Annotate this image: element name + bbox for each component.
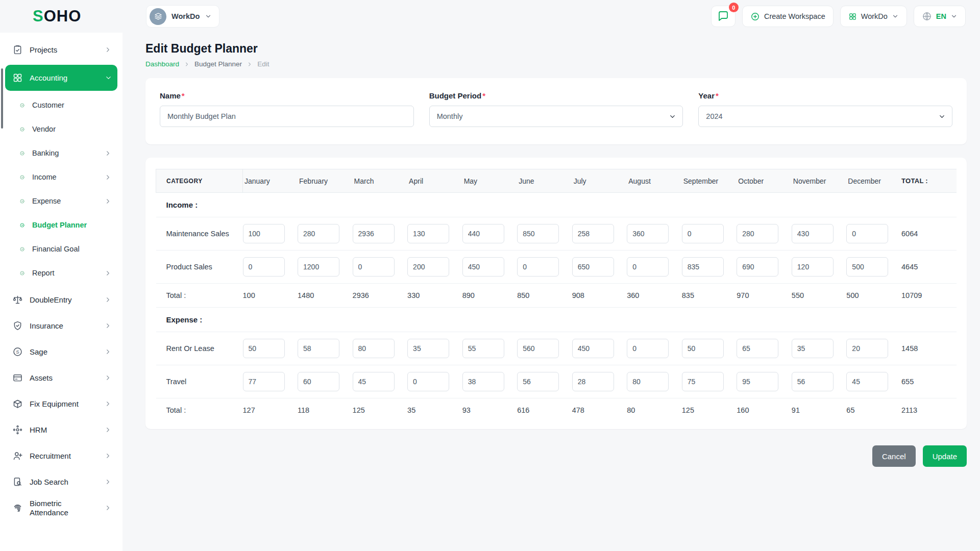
sidebar-item-hrm[interactable]: HRM bbox=[5, 417, 117, 443]
column-total: 908 bbox=[572, 284, 627, 308]
rent-or-lease-november-input[interactable] bbox=[792, 339, 834, 358]
bullet-icon bbox=[19, 198, 26, 205]
rent-or-lease-october-input[interactable] bbox=[737, 339, 778, 358]
chevron-right-icon bbox=[104, 348, 112, 356]
travel-august-input[interactable] bbox=[627, 372, 669, 391]
topbar: SOHO WorkDo 0 Create Workspace WorkDo bbox=[0, 0, 980, 33]
sidebar-scrollbar-thumb[interactable] bbox=[1, 68, 3, 129]
language-button[interactable]: EN bbox=[914, 6, 966, 27]
maintenance-sales-september-input[interactable] bbox=[682, 224, 724, 243]
maintenance-sales-december-input[interactable] bbox=[846, 224, 888, 243]
travel-april-input[interactable] bbox=[407, 372, 449, 391]
rent-or-lease-may-input[interactable] bbox=[462, 339, 504, 358]
column-total: 1480 bbox=[298, 284, 353, 308]
row-total: 1458 bbox=[901, 332, 957, 365]
workdo-menu-button[interactable]: WorkDo bbox=[840, 6, 907, 27]
sidebar-item-assets[interactable]: Assets bbox=[5, 365, 117, 391]
product-sales-july-input[interactable] bbox=[572, 257, 614, 277]
product-sales-may-input[interactable] bbox=[462, 257, 504, 277]
maintenance-sales-june-input[interactable] bbox=[517, 224, 559, 243]
column-total: 100 bbox=[243, 284, 298, 308]
sidebar-item-doubleentry[interactable]: DoubleEntry bbox=[5, 287, 117, 313]
sidebar-item-projects[interactable]: Projects bbox=[5, 37, 117, 63]
sidebar-item-income[interactable]: Income bbox=[5, 165, 117, 189]
sidebar-item-customer[interactable]: Customer bbox=[5, 93, 117, 117]
breadcrumb-dashboard-link[interactable]: Dashboard bbox=[145, 60, 179, 68]
travel-june-input[interactable] bbox=[517, 372, 559, 391]
product-sales-november-input[interactable] bbox=[792, 257, 834, 277]
travel-january-input[interactable] bbox=[243, 372, 285, 391]
sidebar-item-vendor[interactable]: Vendor bbox=[5, 117, 117, 141]
update-button[interactable]: Update bbox=[923, 445, 967, 467]
year-select[interactable]: 2024 bbox=[698, 106, 952, 127]
travel-september-input[interactable] bbox=[682, 372, 724, 391]
product-sales-march-input[interactable] bbox=[353, 257, 395, 277]
rent-or-lease-february-input[interactable] bbox=[298, 339, 339, 358]
sidebar-item-biometric-attendance[interactable]: Biometric Attendance bbox=[5, 495, 117, 521]
sidebar-item-financial-goal[interactable]: Financial Goal bbox=[5, 237, 117, 261]
required-asterisk: * bbox=[182, 91, 185, 100]
maintenance-sales-may-input[interactable] bbox=[462, 224, 504, 243]
rent-or-lease-december-input[interactable] bbox=[846, 339, 888, 358]
travel-february-input[interactable] bbox=[298, 372, 339, 391]
product-sales-september-input[interactable] bbox=[682, 257, 724, 277]
maintenance-sales-april-input[interactable] bbox=[407, 224, 449, 243]
maintenance-sales-august-input[interactable] bbox=[627, 224, 669, 243]
rent-or-lease-march-input[interactable] bbox=[353, 339, 395, 358]
breadcrumb-budget-planner-link[interactable]: Budget Planner bbox=[194, 60, 242, 68]
create-workspace-button[interactable]: Create Workspace bbox=[742, 6, 834, 27]
maintenance-sales-october-input[interactable] bbox=[737, 224, 778, 243]
cancel-button[interactable]: Cancel bbox=[872, 445, 916, 467]
maintenance-sales-january-input[interactable] bbox=[243, 224, 285, 243]
month-header-may: May bbox=[462, 169, 518, 193]
product-sales-october-input[interactable] bbox=[737, 257, 778, 277]
travel-july-input[interactable] bbox=[572, 372, 614, 391]
maintenance-sales-march-input[interactable] bbox=[353, 224, 395, 243]
sidebar-item-budget-planner[interactable]: Budget Planner bbox=[5, 213, 117, 237]
name-input[interactable] bbox=[160, 106, 414, 127]
maintenance-sales-february-input[interactable] bbox=[298, 224, 339, 243]
sidebar-item-accounting[interactable]: Accounting bbox=[5, 65, 117, 91]
rent-or-lease-january-input[interactable] bbox=[243, 339, 285, 358]
product-sales-april-input[interactable] bbox=[407, 257, 449, 277]
language-label: EN bbox=[936, 12, 946, 20]
product-sales-august-input[interactable] bbox=[627, 257, 669, 277]
name-field-group: Name* bbox=[160, 91, 414, 127]
column-total: 93 bbox=[462, 398, 518, 422]
rent-or-lease-april-input[interactable] bbox=[407, 339, 449, 358]
product-sales-june-input[interactable] bbox=[517, 257, 559, 277]
maintenance-sales-july-input[interactable] bbox=[572, 224, 614, 243]
product-sales-february-input[interactable] bbox=[298, 257, 339, 277]
product-sales-december-input[interactable] bbox=[846, 257, 888, 277]
travel-march-input[interactable] bbox=[353, 372, 395, 391]
sidebar-item-label: Expense bbox=[32, 196, 61, 206]
grand-total: 2113 bbox=[901, 398, 957, 422]
sidebar-item-label: Job Search bbox=[30, 478, 68, 487]
column-total: 550 bbox=[792, 284, 847, 308]
travel-november-input[interactable] bbox=[792, 372, 834, 391]
budget-period-select[interactable]: Monthly bbox=[429, 106, 683, 127]
travel-october-input[interactable] bbox=[737, 372, 778, 391]
rent-or-lease-september-input[interactable] bbox=[682, 339, 724, 358]
workspace-selector[interactable]: WorkDo bbox=[146, 5, 219, 28]
maintenance-sales-november-input[interactable] bbox=[792, 224, 834, 243]
messages-badge: 0 bbox=[729, 3, 739, 12]
rent-or-lease-august-input[interactable] bbox=[627, 339, 669, 358]
sidebar-item-label: Customer bbox=[32, 101, 64, 110]
sidebar-item-fix-equipment[interactable]: Fix Equipment bbox=[5, 391, 117, 417]
sidebar-item-insurance[interactable]: Insurance bbox=[5, 313, 117, 339]
rent-or-lease-june-input[interactable] bbox=[517, 339, 559, 358]
card-icon bbox=[12, 372, 23, 383]
sidebar-item-sage[interactable]: SSage bbox=[5, 339, 117, 365]
sidebar-item-job-search[interactable]: Job Search bbox=[5, 469, 117, 495]
sidebar-item-banking[interactable]: Banking bbox=[5, 141, 117, 165]
sidebar-item-recruitment[interactable]: Recruitment bbox=[5, 443, 117, 469]
sidebar-item-expense[interactable]: Expense bbox=[5, 189, 117, 213]
grid-icon bbox=[848, 12, 857, 21]
product-sales-january-input[interactable] bbox=[243, 257, 285, 277]
sidebar-item-report[interactable]: Report bbox=[5, 261, 117, 285]
travel-december-input[interactable] bbox=[846, 372, 888, 391]
messages-button[interactable]: 0 bbox=[711, 6, 736, 27]
rent-or-lease-july-input[interactable] bbox=[572, 339, 614, 358]
travel-may-input[interactable] bbox=[462, 372, 504, 391]
